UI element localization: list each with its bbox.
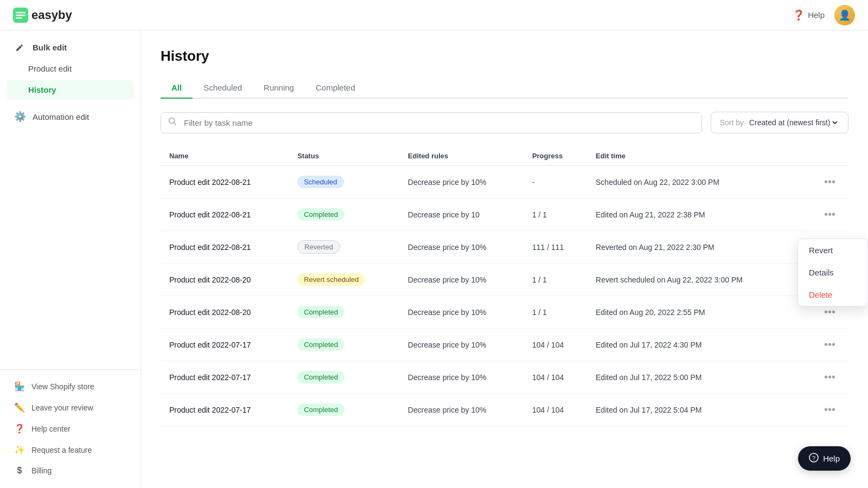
sidebar-item-automation-edit[interactable]: ⚙️ Automation edit: [7, 105, 134, 128]
cell-edited-rules: Decrease price by 10%: [399, 394, 524, 426]
cell-name: Product edit 2022-08-21: [161, 166, 289, 198]
row-actions-button[interactable]: •••: [820, 336, 840, 353]
page-title: History: [161, 48, 848, 65]
cell-progress: 104 / 104: [524, 361, 587, 394]
col-progress: Progress: [524, 146, 587, 166]
avatar[interactable]: 👤: [834, 5, 855, 25]
tab-scheduled[interactable]: Scheduled: [193, 78, 253, 99]
cell-actions[interactable]: •••: [800, 166, 848, 198]
cell-edited-rules: Decrease price by 10%: [399, 361, 524, 394]
tab-running[interactable]: Running: [253, 78, 305, 99]
dollar-icon: $: [14, 466, 25, 476]
cell-actions[interactable]: •••: [800, 198, 848, 231]
sidebar-item-help-center[interactable]: ❓ Help center: [7, 419, 134, 439]
review-icon: ✏️: [14, 402, 25, 413]
cell-edited-rules: Decrease price by 10%: [399, 231, 524, 264]
table-row: Product edit 2022-07-17 Completed Decrea…: [161, 329, 848, 361]
cell-status: Completed: [289, 198, 399, 231]
sidebar-main-section: Bulk edit Product edit History: [0, 37, 141, 101]
cell-edit-time: Revert scheduled on Aug 22, 2022 3:00 PM: [587, 264, 800, 296]
cell-status: Completed: [289, 361, 399, 394]
sidebar-automation-section: ⚙️ Automation edit: [0, 105, 141, 129]
help-circle-icon-fab: ?: [809, 453, 819, 464]
sort-select-input[interactable]: Created at (newest first) Created at (ol…: [747, 118, 839, 127]
table-row: Product edit 2022-08-20 Revert scheduled…: [161, 264, 848, 296]
sidebar-item-billing[interactable]: $ Billing: [7, 461, 134, 480]
gear-icon: ⚙️: [14, 111, 26, 123]
context-menu-details[interactable]: Details: [798, 261, 867, 284]
sidebar-item-request-feature[interactable]: ✨ Request a feature: [7, 440, 134, 460]
cell-edit-time: Edited on Aug 21, 2022 2:38 PM: [587, 198, 800, 231]
context-menu-delete[interactable]: Delete: [798, 284, 867, 306]
cell-edit-time: Reverted on Aug 21, 2022 2:30 PM: [587, 231, 800, 264]
app-logo[interactable]: easyby: [13, 8, 72, 23]
col-edit-time: Edit time: [587, 146, 800, 166]
cell-edit-time: Scheduled on Aug 22, 2022 3:00 PM: [587, 166, 800, 198]
sparkle-icon: ✨: [14, 445, 25, 455]
table-row: Product edit 2022-07-17 Completed Decrea…: [161, 361, 848, 394]
status-badge: Completed: [297, 403, 344, 416]
status-badge: Revert scheduled: [297, 273, 365, 286]
cell-edited-rules: Decrease price by 10%: [399, 329, 524, 361]
status-badge: Completed: [297, 338, 344, 351]
cell-edit-time: Edited on Jul 17, 2022 5:04 PM: [587, 394, 800, 426]
cell-name: Product edit 2022-07-17: [161, 361, 289, 394]
svg-rect-3: [16, 17, 22, 19]
cell-status: Reverted: [289, 231, 399, 264]
row-actions-button[interactable]: •••: [820, 369, 840, 386]
cell-progress: 104 / 104: [524, 329, 587, 361]
search-box: [161, 112, 702, 133]
search-input[interactable]: [161, 112, 702, 133]
col-name: Name: [161, 146, 289, 166]
sidebar-label-help-center: Help center: [31, 425, 71, 433]
row-actions-button[interactable]: •••: [820, 206, 840, 223]
help-fab-label: Help: [823, 454, 840, 463]
context-menu: Revert Details Delete: [797, 239, 868, 306]
help-circle-icon: ❓: [793, 9, 805, 21]
sidebar-label-history: History: [28, 85, 56, 94]
help-button[interactable]: ❓ Help: [793, 9, 825, 21]
cell-progress: 1 / 1: [524, 198, 587, 231]
cell-status: Completed: [289, 394, 399, 426]
main-content: History All Scheduled Running Completed …: [141, 30, 868, 488]
svg-rect-2: [16, 15, 25, 16]
search-icon: [168, 117, 177, 128]
edit-icon: [14, 42, 26, 52]
cell-name: Product edit 2022-07-17: [161, 329, 289, 361]
col-actions: [800, 146, 848, 166]
sidebar-item-history[interactable]: History: [7, 80, 134, 100]
sidebar-label-billing: Billing: [31, 466, 52, 475]
row-actions-button[interactable]: •••: [820, 401, 840, 418]
cell-name: Product edit 2022-08-21: [161, 231, 289, 264]
table-row: Product edit 2022-08-21 Reverted Decreas…: [161, 231, 848, 264]
layout: Bulk edit Product edit History ⚙️ Automa…: [0, 30, 868, 488]
store-icon: 🏪: [14, 381, 25, 391]
cell-progress: 104 / 104: [524, 394, 587, 426]
cell-actions[interactable]: •••: [800, 361, 848, 394]
cell-progress: 1 / 1: [524, 296, 587, 329]
cell-status: Completed: [289, 296, 399, 329]
sidebar-label-request-feature: Request a feature: [31, 446, 92, 454]
cell-name: Product edit 2022-08-20: [161, 296, 289, 329]
sort-label: Sort by: [720, 118, 744, 127]
cell-name: Product edit 2022-07-17: [161, 394, 289, 426]
question-icon: ❓: [14, 423, 25, 434]
row-actions-button[interactable]: •••: [820, 174, 840, 190]
context-menu-revert[interactable]: Revert: [798, 239, 867, 261]
table-row: Product edit 2022-08-20 Completed Decrea…: [161, 296, 848, 329]
cell-actions[interactable]: •••: [800, 394, 848, 426]
sidebar-item-view-shopify[interactable]: 🏪 View Shopify store: [7, 376, 134, 396]
svg-text:?: ?: [812, 455, 815, 461]
status-badge: Reverted: [297, 240, 340, 254]
sort-control[interactable]: Sort by Created at (newest first) Create…: [711, 112, 848, 133]
sidebar-item-leave-review[interactable]: ✏️ Leave your review: [7, 397, 134, 418]
tab-completed[interactable]: Completed: [305, 78, 366, 99]
navbar-right: ❓ Help 👤: [793, 5, 855, 25]
tab-all[interactable]: All: [161, 78, 193, 99]
cell-edited-rules: Decrease price by 10%: [399, 166, 524, 198]
sidebar-item-product-edit[interactable]: Product edit: [7, 59, 134, 79]
sidebar-item-bulk-edit[interactable]: Bulk edit: [7, 37, 134, 57]
cell-progress: 111 / 111: [524, 231, 587, 264]
cell-actions[interactable]: •••: [800, 329, 848, 361]
help-fab[interactable]: ? Help: [798, 446, 851, 471]
